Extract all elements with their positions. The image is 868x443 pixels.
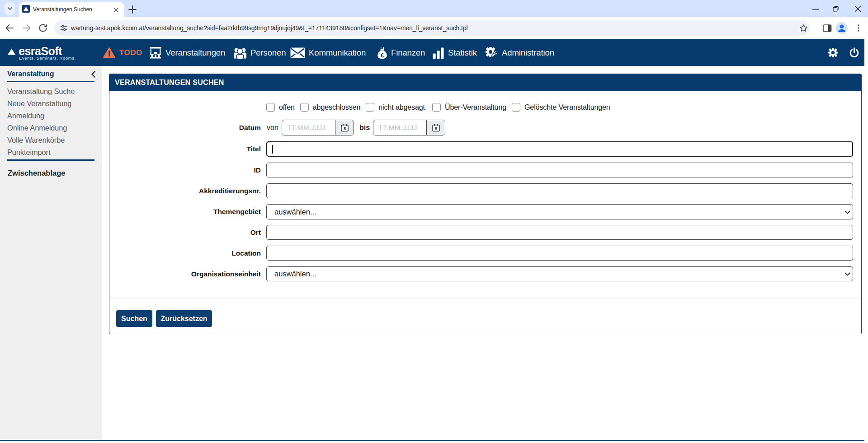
svg-text:€: € bbox=[381, 51, 384, 58]
svg-text:5: 5 bbox=[435, 126, 437, 131]
svg-text:5: 5 bbox=[344, 126, 346, 131]
